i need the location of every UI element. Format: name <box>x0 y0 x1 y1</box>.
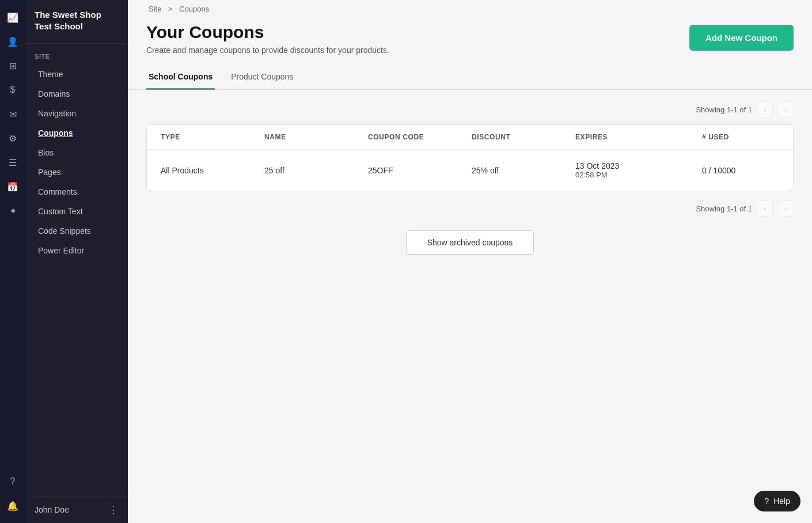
pagination-prev-button-bottom[interactable]: ‹ <box>757 200 773 217</box>
pagination-bottom: Showing 1-1 of 1 ‹ › <box>146 200 794 217</box>
icon-sidebar: 📈 👤 ⊞ $ ✉ ⚙ ☰ 📅 ✦ ? 🔔 <box>0 0 25 523</box>
dashboard-icon[interactable]: ⊞ <box>2 55 23 76</box>
coupon-table: TYPE NAME COUPON CODE DISCOUNT EXPIRES #… <box>146 124 794 191</box>
dollar-icon[interactable]: $ <box>2 79 23 100</box>
sidebar-item-coupons[interactable]: Coupons <box>29 124 124 142</box>
library-icon[interactable]: ☰ <box>2 152 23 173</box>
help-circle-icon: ? <box>764 497 769 506</box>
col-used: # USED <box>702 133 794 141</box>
breadcrumb-current: Coupons <box>179 5 209 13</box>
page-title: Your Coupons <box>146 22 389 42</box>
col-discount: DISCOUNT <box>472 133 575 141</box>
notification-icon[interactable]: 🔔 <box>2 495 23 516</box>
sidebar-item-navigation[interactable]: Navigation <box>29 104 124 123</box>
row-name: 25 off <box>264 166 368 175</box>
row-expires-date: 13 Oct 2023 <box>575 161 702 170</box>
pagination-showing-top: Showing 1-1 of 1 <box>696 105 752 114</box>
settings-icon[interactable]: ⚙ <box>2 128 23 149</box>
site-section-label: SITE <box>25 44 128 65</box>
school-name: The Sweet Shop Test School <box>25 0 128 44</box>
page-description: Create and manage coupons to provide dis… <box>146 46 389 55</box>
help-button[interactable]: ? Help <box>754 491 800 511</box>
sidebar-item-pages[interactable]: Pages <box>29 163 124 181</box>
main-content: Site > Coupons Your Coupons Create and m… <box>128 0 812 523</box>
breadcrumb-separator: > <box>168 5 173 13</box>
pagination-top: Showing 1-1 of 1 ‹ › <box>146 101 794 118</box>
sidebar-item-bios[interactable]: Bios <box>29 143 124 162</box>
table-container: Showing 1-1 of 1 ‹ › TYPE NAME COUPON CO… <box>128 90 812 523</box>
nav-sidebar: The Sweet Shop Test School SITE Theme Do… <box>25 0 128 523</box>
people-icon[interactable]: 👤 <box>2 31 23 52</box>
col-type: TYPE <box>161 133 264 141</box>
page-title-group: Your Coupons Create and manage coupons t… <box>146 22 389 55</box>
sidebar-item-code-snippets[interactable]: Code Snippets <box>29 222 124 240</box>
pagination-showing-bottom: Showing 1-1 of 1 <box>696 204 752 213</box>
pagination-next-button-bottom[interactable]: › <box>777 200 794 217</box>
breadcrumb: Site > Coupons <box>128 0 812 18</box>
col-coupon-code: COUPON CODE <box>368 133 472 141</box>
row-expires: 13 Oct 2023 02:58 PM <box>575 161 702 179</box>
row-used: 0 / 10000 <box>702 166 794 175</box>
user-row: John Doe ⋮ <box>25 496 128 523</box>
sidebar-item-theme[interactable]: Theme <box>29 65 124 84</box>
col-expires: EXPIRES <box>575 133 702 141</box>
archive-row: Show archived coupons <box>146 230 794 255</box>
row-expires-time: 02:58 PM <box>575 170 702 179</box>
user-name: John Doe <box>35 505 69 514</box>
table-header: TYPE NAME COUPON CODE DISCOUNT EXPIRES #… <box>147 125 793 150</box>
help-circle-icon[interactable]: ? <box>2 471 23 492</box>
user-menu-button[interactable]: ⋮ <box>108 503 119 516</box>
sidebar-item-custom-text[interactable]: Custom Text <box>29 202 124 221</box>
sidebar-item-power-editor[interactable]: Power Editor <box>29 241 124 260</box>
row-type: All Products <box>161 166 264 175</box>
tab-product-coupons[interactable]: Product Coupons <box>229 66 295 90</box>
analytics-icon[interactable]: 📈 <box>2 7 23 28</box>
breadcrumb-site: Site <box>149 5 161 13</box>
page-header: Your Coupons Create and manage coupons t… <box>128 18 812 66</box>
add-coupon-button[interactable]: Add New Coupon <box>689 25 794 51</box>
sidebar-item-domains[interactable]: Domains <box>29 85 124 103</box>
col-name: NAME <box>264 133 368 141</box>
row-discount: 25% off <box>472 166 575 175</box>
tab-school-coupons[interactable]: School Coupons <box>146 66 215 90</box>
puzzle-icon[interactable]: ✦ <box>2 200 23 221</box>
table-row: All Products 25 off 25OFF 25% off 13 Oct… <box>147 150 793 191</box>
pagination-prev-button-top[interactable]: ‹ <box>757 101 773 118</box>
mail-icon[interactable]: ✉ <box>2 104 23 124</box>
pagination-next-button-top[interactable]: › <box>777 101 794 118</box>
sidebar-item-comments[interactable]: Comments <box>29 183 124 201</box>
tabs-bar: School Coupons Product Coupons <box>128 66 812 90</box>
show-archived-button[interactable]: Show archived coupons <box>406 230 534 255</box>
help-label: Help <box>773 497 790 506</box>
calendar-icon[interactable]: 📅 <box>2 176 23 197</box>
row-coupon-code: 25OFF <box>368 166 472 175</box>
